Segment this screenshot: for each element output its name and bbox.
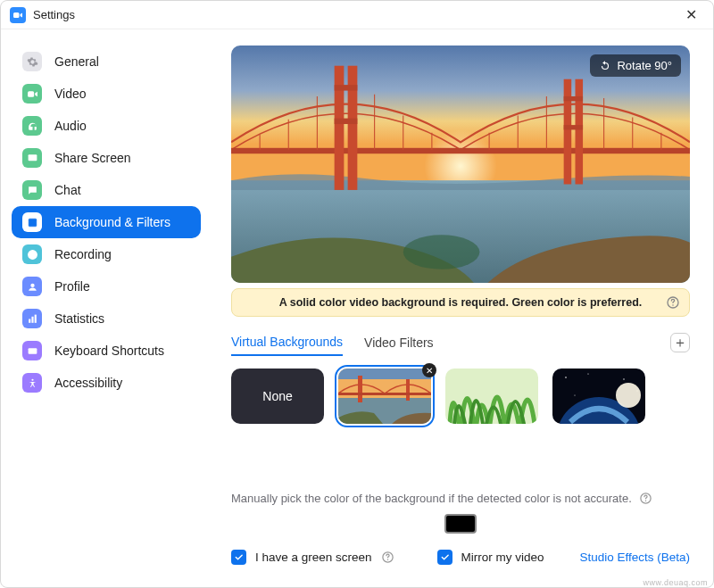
svg-rect-28 bbox=[564, 125, 583, 129]
warning-bar: A solid color video background is requir… bbox=[231, 288, 690, 317]
thumbnail-grass[interactable] bbox=[445, 369, 538, 424]
sidebar-item-background-filters[interactable]: Background & Filters bbox=[12, 206, 201, 238]
svg-rect-13 bbox=[31, 349, 32, 350]
sidebar-item-label: Accessibility bbox=[54, 376, 122, 390]
app-icon bbox=[10, 7, 26, 23]
sidebar-item-general[interactable]: General bbox=[12, 46, 201, 78]
warning-text: A solid color video background is requir… bbox=[279, 296, 643, 309]
tabs: Virtual Backgrounds Video Filters ＋ bbox=[231, 329, 690, 356]
tab-virtual-backgrounds[interactable]: Virtual Backgrounds bbox=[231, 329, 343, 356]
profile-icon bbox=[22, 277, 42, 296]
thumbnail-earth-space[interactable] bbox=[552, 369, 645, 424]
sidebar-item-audio[interactable]: Audio bbox=[12, 110, 201, 142]
add-background-button[interactable]: ＋ bbox=[670, 333, 690, 352]
svg-point-62 bbox=[386, 559, 388, 561]
svg-rect-26 bbox=[576, 79, 584, 185]
green-screen-checkbox[interactable] bbox=[231, 550, 246, 565]
window-title: Settings bbox=[33, 8, 75, 21]
titlebar: Settings ✕ bbox=[1, 1, 713, 29]
svg-point-52 bbox=[565, 377, 567, 378]
share-screen-icon bbox=[22, 148, 42, 168]
svg-point-54 bbox=[623, 378, 624, 379]
video-icon bbox=[22, 84, 42, 104]
svg-rect-8 bbox=[29, 319, 30, 322]
statistics-icon bbox=[22, 309, 42, 328]
sidebar-item-label: Share Screen bbox=[54, 151, 131, 165]
svg-rect-14 bbox=[33, 349, 34, 350]
sidebar-item-label: Profile bbox=[54, 279, 90, 294]
sidebar-item-statistics[interactable]: Statistics bbox=[12, 302, 201, 335]
svg-rect-21 bbox=[335, 66, 345, 190]
help-icon[interactable] bbox=[666, 295, 680, 310]
svg-rect-24 bbox=[335, 119, 358, 124]
sidebar-item-label: Background & Filters bbox=[54, 215, 170, 229]
sidebar-item-label: Chat bbox=[54, 183, 81, 197]
sidebar-item-accessibility[interactable]: Accessibility bbox=[12, 367, 201, 399]
record-icon bbox=[22, 244, 42, 264]
tab-label: Video Filters bbox=[364, 335, 434, 350]
svg-rect-25 bbox=[564, 79, 572, 185]
close-button[interactable]: ✕ bbox=[678, 3, 704, 27]
main-panel: Rotate 90° A solid color video backgroun… bbox=[208, 29, 713, 587]
mirror-checkbox[interactable] bbox=[437, 550, 452, 565]
help-icon[interactable] bbox=[639, 492, 652, 505]
svg-rect-0 bbox=[13, 12, 20, 18]
svg-rect-11 bbox=[28, 348, 37, 354]
color-hint-row: Manually pick the color of the backgroun… bbox=[231, 492, 690, 505]
green-screen-label: I have a green screen bbox=[255, 551, 372, 564]
svg-rect-49 bbox=[338, 393, 431, 395]
help-icon[interactable] bbox=[381, 551, 394, 564]
svg-point-16 bbox=[31, 378, 33, 380]
color-swatch[interactable] bbox=[444, 514, 477, 534]
svg-rect-20 bbox=[231, 148, 690, 153]
tab-label: Virtual Backgrounds bbox=[231, 335, 343, 349]
delete-thumbnail-button[interactable]: ✕ bbox=[422, 363, 436, 377]
video-preview: Rotate 90° bbox=[231, 46, 690, 283]
thumbnail-list: None ✕ bbox=[231, 369, 690, 424]
thumbnail-bridge-sunset[interactable]: ✕ bbox=[338, 369, 431, 424]
svg-point-7 bbox=[30, 283, 34, 286]
gear-icon bbox=[22, 52, 42, 71]
check-icon bbox=[234, 552, 244, 562]
studio-effects-link[interactable]: Studio Effects (Beta) bbox=[579, 551, 690, 564]
rotate-label: Rotate 90° bbox=[617, 59, 672, 72]
svg-rect-1 bbox=[28, 91, 34, 97]
tab-video-filters[interactable]: Video Filters bbox=[364, 330, 434, 355]
svg-point-4 bbox=[30, 219, 33, 222]
color-hint-text: Manually pick the color of the backgroun… bbox=[231, 492, 632, 505]
sidebar-item-video[interactable]: Video bbox=[12, 78, 201, 110]
svg-rect-15 bbox=[29, 352, 34, 352]
chat-icon bbox=[22, 180, 42, 200]
svg-rect-27 bbox=[564, 96, 583, 101]
sidebar-item-label: Recording bbox=[54, 247, 112, 261]
svg-rect-22 bbox=[348, 66, 358, 190]
sidebar-item-label: Keyboard Shortcuts bbox=[54, 344, 164, 358]
svg-point-53 bbox=[587, 373, 588, 374]
svg-point-60 bbox=[645, 501, 647, 502]
svg-point-56 bbox=[575, 395, 576, 396]
svg-point-41 bbox=[403, 235, 480, 269]
sidebar-item-chat[interactable]: Chat bbox=[12, 174, 201, 206]
sidebar-item-label: General bbox=[54, 54, 99, 69]
svg-rect-47 bbox=[358, 376, 362, 402]
svg-rect-12 bbox=[29, 349, 30, 350]
svg-rect-45 bbox=[338, 369, 431, 379]
sidebar-item-label: Video bbox=[54, 87, 87, 101]
swatch-row bbox=[231, 514, 690, 534]
sidebar-item-profile[interactable]: Profile bbox=[12, 270, 201, 302]
content: General Video Audio Share Screen Chat bbox=[1, 29, 713, 587]
watermark: www.deuaq.com bbox=[643, 578, 708, 587]
svg-rect-48 bbox=[406, 379, 410, 401]
plus-icon: ＋ bbox=[673, 334, 687, 352]
svg-point-58 bbox=[616, 383, 641, 408]
thumbnail-none[interactable]: None bbox=[231, 369, 324, 424]
check-icon bbox=[440, 552, 450, 562]
sidebar-item-recording[interactable]: Recording bbox=[12, 238, 201, 270]
sidebar-item-keyboard-shortcuts[interactable]: Keyboard Shortcuts bbox=[12, 335, 201, 367]
sidebar-item-share-screen[interactable]: Share Screen bbox=[12, 142, 201, 174]
sidebar-item-label: Audio bbox=[54, 119, 87, 133]
rotate-button[interactable]: Rotate 90° bbox=[590, 54, 681, 77]
svg-point-43 bbox=[672, 304, 674, 306]
svg-rect-10 bbox=[34, 314, 36, 322]
headphones-icon bbox=[22, 116, 42, 136]
